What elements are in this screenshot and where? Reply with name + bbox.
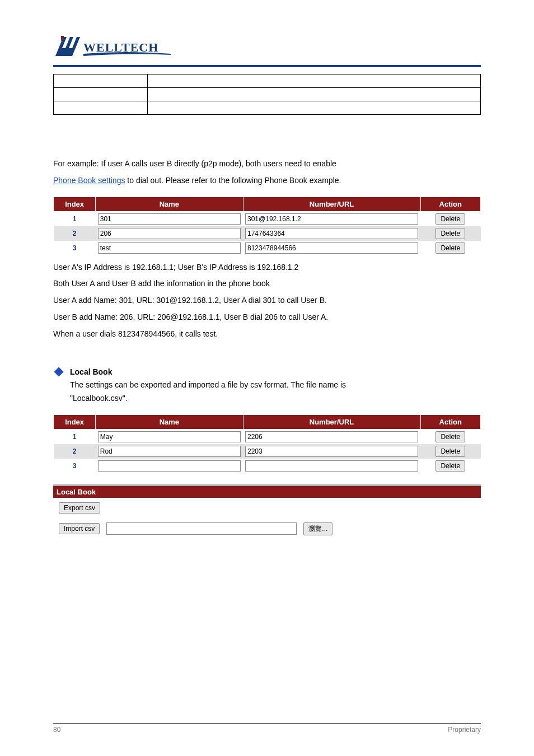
example-line-3: User A add Name: 301, URL: 301@192.168.1… — [53, 294, 481, 307]
name-input[interactable] — [98, 446, 241, 457]
delete-button[interactable]: Delete — [435, 431, 465, 442]
table-row: 3 Delete — [54, 241, 481, 255]
url-input[interactable] — [245, 431, 418, 442]
name-input[interactable] — [98, 460, 241, 472]
local-book-title: Local Book — [53, 486, 481, 498]
table-row — [54, 101, 481, 115]
col-header-action: Action — [420, 197, 480, 211]
table-row: 1 Delete — [54, 211, 481, 226]
example-line-4: User B add Name: 206, URL: 206@192.168.1… — [53, 311, 481, 324]
url-input[interactable] — [245, 460, 418, 472]
footer-label: Proprietary — [448, 726, 481, 734]
delete-button[interactable]: Delete — [435, 460, 465, 472]
browse-button[interactable]: 瀏覽... — [303, 522, 332, 535]
phonebook-table-2: Index Name Number/URL Action 1 Delete 2 — [53, 414, 481, 473]
col-header-action: Action — [420, 414, 480, 429]
paragraph-1: For example: If user A calls user B dire… — [53, 157, 481, 171]
col-header-index: Index — [54, 414, 96, 429]
delete-button[interactable]: Delete — [435, 213, 465, 225]
paragraph-1b: Phone Book settings to dial out. Please … — [53, 174, 481, 188]
bullet-line: "Localbook.csv". — [70, 392, 346, 405]
delete-button[interactable]: Delete — [435, 228, 465, 239]
url-input[interactable] — [245, 242, 418, 254]
diamond-icon — [54, 367, 64, 376]
example-line-1: User A's IP Address is 192.168.1.1; User… — [53, 261, 481, 274]
file-path-input[interactable] — [106, 522, 297, 535]
example-line-5: When a user dials 8123478944566, it call… — [53, 328, 481, 341]
logo: WELLTECH — [53, 34, 176, 59]
url-input[interactable] — [245, 228, 418, 239]
name-input[interactable] — [98, 228, 241, 239]
col-header-name: Name — [96, 197, 243, 211]
page-number: 80 — [53, 726, 60, 734]
table-row — [54, 88, 481, 101]
col-header-url: Number/URL — [243, 414, 420, 429]
import-csv-button[interactable]: Import csv — [59, 523, 100, 534]
col-header-index: Index — [54, 197, 96, 211]
name-input[interactable] — [98, 431, 241, 442]
phonebook-table-1: Index Name Number/URL Action 1 Delete 2 — [53, 197, 481, 255]
url-input[interactable] — [245, 446, 418, 457]
page-footer: 80 Proprietary — [53, 723, 481, 734]
bullet-line: The settings can be exported and importe… — [70, 379, 346, 392]
delete-button[interactable]: Delete — [435, 446, 465, 457]
example-line-2: Both User A and User B add the informati… — [53, 277, 481, 291]
bullet-title: Local Book — [70, 367, 112, 376]
table-row: 2 Delete — [54, 444, 481, 459]
info-table — [53, 74, 481, 115]
delete-button[interactable]: Delete — [435, 242, 465, 254]
phonebook-settings-link[interactable]: Phone Book settings — [53, 176, 125, 185]
local-book-bullet: Local Book The settings can be exported … — [53, 366, 481, 405]
col-header-name: Name — [96, 414, 243, 429]
export-csv-button[interactable]: Export csv — [59, 502, 100, 514]
url-input[interactable] — [245, 213, 418, 225]
table-row — [54, 74, 481, 88]
header-bar: WELLTECH — [53, 34, 481, 67]
name-input[interactable] — [98, 213, 241, 225]
table-row: 2 Delete — [54, 226, 481, 241]
col-header-url: Number/URL — [243, 197, 420, 211]
table-row: 3 Delete — [54, 459, 481, 473]
name-input[interactable] — [98, 242, 241, 254]
table-row: 1 Delete — [54, 429, 481, 444]
local-book-panel: Local Book Export csv Import csv 瀏覽... — [53, 484, 481, 540]
